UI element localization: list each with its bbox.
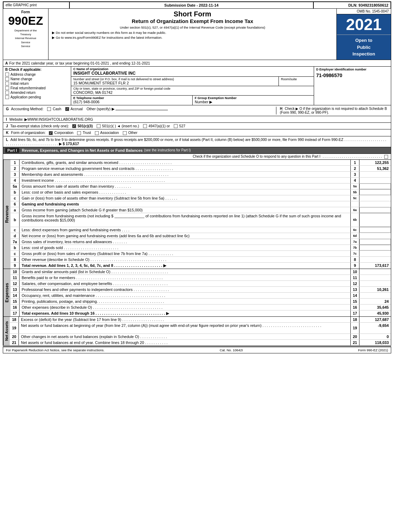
accrual-option: ✓ Accrual (65, 107, 84, 111)
line-3-label: Membership dues and assessments . . . . … (20, 172, 350, 177)
line-2-linenum: 2 (350, 166, 359, 171)
cash-checkbox[interactable] (47, 107, 51, 111)
footer-left: For Paperwork Reduction Act Notice, see … (6, 348, 105, 352)
line-10-amount (359, 269, 391, 275)
line-6-num: 6 (10, 201, 20, 207)
expense-row-15: 15 Printing, publications, postage, and … (10, 299, 391, 305)
section-c-name: C Name of organization INSIGHT COLLABORA… (71, 67, 314, 77)
line-17-linenum: 17 (350, 310, 359, 316)
section-g: G Accounting Method: Cash ✓ Accrual Othe… (6, 107, 276, 114)
check-name-change-box[interactable] (5, 77, 9, 81)
expenses-rows: 10 Grants and similar amounts paid (list… (10, 269, 391, 316)
line-19-num: 19 (10, 323, 19, 334)
check-amended-return: Amended return (5, 91, 69, 95)
section-gh: G Accounting Method: Cash ✓ Accrual Othe… (3, 105, 391, 116)
line-4-linenum: 4 (350, 178, 359, 183)
line-16-label: Other expenses (describe in Schedule O) … (20, 305, 350, 310)
line-19-linenum: 19 (350, 323, 359, 334)
line-14-label: Occupancy, rent, utilities, and maintena… (20, 293, 350, 298)
line-20-label: Other changes in net assets or fund bala… (19, 334, 350, 339)
other-option: Other (specify) ▶ (87, 107, 114, 111)
section-d: D Employer identification number 71-0986… (314, 67, 391, 105)
line-9-num: 9 (10, 263, 20, 269)
section-g-label: G (6, 107, 9, 111)
check-final-return-label: Final return/terminated (10, 86, 46, 90)
check-initial-return-box[interactable] (5, 82, 9, 85)
line-8-num: 8 (10, 257, 20, 262)
line-6b-amount (359, 213, 391, 227)
line-16-linenum: 16 (350, 305, 359, 310)
line-21-linenum: 21 (350, 340, 359, 345)
line-2-amount: 51,362 (359, 166, 391, 171)
cash-option: Cash (47, 107, 62, 111)
footer: For Paperwork Reduction Act Notice, see … (3, 346, 391, 353)
j-527-option: 527 (174, 124, 185, 128)
revenue-row-4: 4 Investment income . . . . . . . . . . … (10, 178, 391, 183)
expenses-side-label: Expenses (3, 269, 10, 316)
line-21-label: Net assets or fund balances at end of ye… (19, 340, 350, 345)
form-right-panel: OMB No. 1545-0047 2021 Open toPublicInsp… (337, 9, 391, 60)
section-l-text: Add lines 5b, 6c, and 7b to line 9 to de… (10, 137, 343, 142)
line-17-num: 17 (10, 310, 20, 316)
line-9-amount: 173,617 (359, 263, 391, 269)
line-10-label: Grants and similar amounts paid (list in… (20, 269, 350, 275)
check-address-change-box[interactable] (5, 73, 9, 76)
revenue-row-3: 3 Membership dues and assessments . . . … (10, 172, 391, 178)
line-13-amount: 10,261 (359, 287, 391, 292)
line-8-label: Other revenue (describe in Schedule O) .… (20, 257, 350, 262)
line-6d-num: d (10, 233, 20, 239)
line-6c-sublabel: 6c (350, 227, 359, 233)
section-f: F Group Exemption Number Number ▶ (193, 96, 314, 105)
line-6-label: Gaming and fundraising events (20, 201, 350, 207)
expense-row-14: 14 Occupancy, rent, utilities, and maint… (10, 293, 391, 299)
expense-row-13: 13 Professional fees and other payments … (10, 287, 391, 293)
line-5c-amount (359, 195, 391, 201)
check-application-pending-box[interactable] (5, 95, 9, 99)
section-i-label: I (6, 117, 7, 121)
line-8-amount (359, 257, 391, 262)
section-c-street: Number and street (or P.O. box, if mail … (71, 77, 279, 86)
revenue-row-1: 1 Contributions, gifts, grants, and simi… (10, 160, 391, 166)
line-7b-amount (359, 245, 391, 250)
check-address-change-label: Address change (10, 73, 36, 76)
revenue-row-6a: a Gross income from gaming (attach Sched… (10, 207, 391, 213)
expense-row-17: 17 Total expenses. Add lines 10 through … (10, 310, 391, 316)
line-7c-amount (359, 251, 391, 256)
line-6a-label: Gross income from gaming (attach Schedul… (20, 207, 350, 213)
form-instruction3: ▶ Go to www.irs.gov/Form990EZ for instru… (52, 36, 333, 39)
check-amended-return-box[interactable] (5, 91, 9, 95)
section-j: J Tax-exempt status (check only one): ✓ … (3, 123, 391, 130)
line-9-linenum: 9 (350, 263, 359, 269)
revenue-row-7a: 7a Gross sales of inventory, less return… (10, 239, 391, 245)
section-c-address-row: Number and street (or P.O. box, if mail … (71, 77, 314, 86)
line-13-num: 13 (10, 287, 20, 292)
line-20-num: 20 (10, 334, 19, 339)
part-i-header: Part I Revenue, Expenses, and Changes in… (3, 147, 391, 154)
form-subtitle: Return of Organization Exempt From Incom… (52, 18, 333, 24)
section-ef-row: E Telephone number (617) 948-0006 F Grou… (71, 96, 314, 105)
check-final-return-box[interactable] (5, 86, 9, 90)
efile-label: efile GRAPHIC print (3, 2, 70, 8)
line-5a-sublabel: 5a (350, 183, 359, 189)
line-3-linenum: 3 (350, 172, 359, 177)
line-15-num: 15 (10, 299, 20, 304)
line-6b-label: Gross income from fundraising events (no… (20, 213, 350, 227)
form-header: Form 990EZ Department of the Treasury In… (3, 9, 391, 60)
line-15-amount: 24 (359, 299, 391, 304)
line-7a-num: 7a (10, 239, 20, 245)
dln-number: DLN: 93492318050612 (314, 2, 391, 8)
line-13-linenum: 13 (350, 287, 359, 292)
net-row-20: 20 Other changes in net assets or fund b… (10, 334, 391, 340)
section-b-label: B Check if applicable: (5, 68, 69, 72)
revenue-row-6b: b Gross income from fundraising events (… (10, 213, 391, 227)
line-19-amount: -9,654 (359, 323, 391, 334)
revenue-row-5a: 5a Gross amount from sale of assets othe… (10, 183, 391, 189)
accrual-checkbox[interactable]: ✓ (65, 107, 69, 111)
line-14-amount (359, 293, 391, 298)
form-instruction2: ▶ Do not enter social security numbers o… (52, 31, 333, 35)
line-1-label: Contributions, gifts, grants, and simila… (20, 160, 350, 165)
section-i: I Website: ▶WWW.INSIGHTCOLLABORATIVE.ORG (3, 116, 391, 123)
expenses-section: Expenses 10 Grants and similar amounts p… (3, 269, 391, 317)
form-label: Form (21, 10, 30, 14)
k-corporation: ✓ Corporation (49, 130, 75, 135)
